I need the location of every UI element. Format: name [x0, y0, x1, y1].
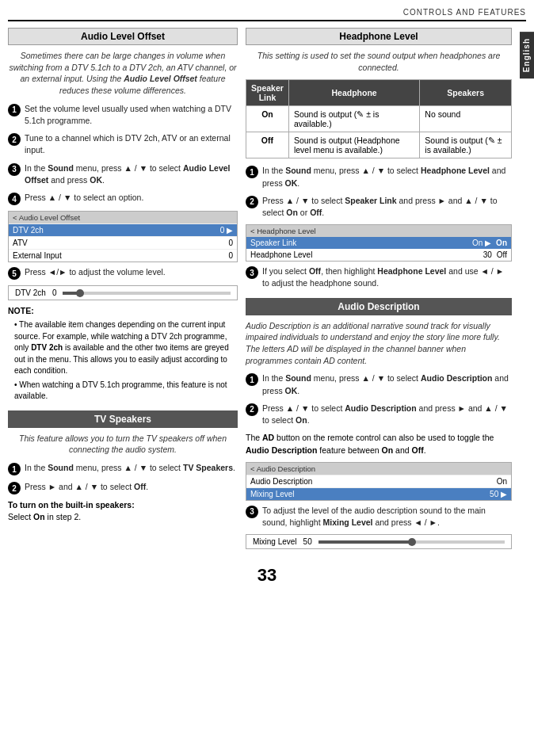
- headphone-menu-box: < Headphone Level Speaker Link On ▶ On H…: [246, 224, 512, 262]
- slider-track: [63, 292, 231, 295]
- hph-step-text-2: Press ▲ / ▼ to select Speaker Link and p…: [262, 195, 512, 219]
- menu-row-external: External Input 0: [9, 249, 237, 262]
- step-1: 1 Set the volume level usually used when…: [8, 103, 238, 127]
- ad-menu-value-on: On: [497, 477, 507, 486]
- audio-level-offset-intro: Sometimes there can be large changes in …: [8, 50, 238, 97]
- mixing-slider-fill: [318, 540, 412, 544]
- ad-step-text-1: In the Sound menu, press ▲ / ▼ to select…: [262, 372, 512, 396]
- hph-on-label: On: [496, 239, 507, 247]
- tv-step-num-1: 1: [8, 463, 21, 475]
- hph-step-text-3: If you select Off, then highlight Headph…: [262, 265, 512, 289]
- step-2: 2 Tune to a channel which is DTV 2ch, AT…: [8, 132, 238, 156]
- mixing-slider-thumb: [408, 538, 416, 546]
- note-bullet-1: • The available item changes depending o…: [14, 319, 238, 377]
- audio-level-offset-section: Audio Level Offset Sometimes there can b…: [8, 28, 238, 403]
- table-cell-headphone-off: Sound is output (Headphone level menu is…: [288, 132, 419, 158]
- step-text-4: Press ▲ / ▼ to select an option.: [25, 192, 143, 204]
- ad-menu-value-mix: 50 ▶: [490, 490, 507, 498]
- menu-row-dtv2ch: DTV 2ch 0 ▶: [9, 223, 237, 236]
- ad-step-text-3: To adjust the level of the audio descrip…: [262, 505, 512, 529]
- ad-menu-box: < Audio Description Audio Description On…: [246, 462, 512, 501]
- step-text-2: Tune to a channel which is DTV 2ch, ATV …: [25, 132, 238, 156]
- slider-value: 0: [52, 288, 57, 297]
- hph-step-num-2: 2: [246, 196, 258, 208]
- ad-note-paragraph: The AD button on the remote control can …: [246, 432, 512, 456]
- audio-description-intro: Audio Description is an additional narra…: [246, 320, 512, 367]
- ad-menu-label-mix: Mixing Level: [250, 490, 295, 498]
- step-num-3: 3: [8, 163, 21, 176]
- headphone-level-section: Headphone Level This setting is used to …: [246, 28, 512, 290]
- step-text-1: Set the volume level usually used when w…: [25, 103, 238, 127]
- table-cell-headphone-on: Sound is output (✎ ± is available.): [288, 106, 419, 132]
- table-row-on: On Sound is output (✎ ± is available.) N…: [246, 106, 512, 132]
- table-header-speakers: Speakers: [420, 80, 512, 106]
- hph-step-num-1: 1: [246, 166, 258, 178]
- table-row-off: Off Sound is output (Headphone level men…: [246, 132, 512, 158]
- headphone-level-header: Headphone Level: [246, 28, 512, 45]
- menu-row-atv: ATV 0: [9, 236, 237, 249]
- slider-label: DTV 2ch: [15, 288, 46, 297]
- left-column: Audio Level Offset Sometimes there can b…: [8, 28, 238, 557]
- table-cell-on: On: [246, 106, 289, 132]
- tv-speakers-intro: This feature allows you to turn the TV s…: [8, 433, 238, 456]
- ad-menu-row-desc: Audio Description On: [246, 475, 511, 487]
- ad-menu-title: < Audio Description: [246, 463, 511, 475]
- step-5: 5 Press ◄/► to adjust the volume level.: [8, 266, 238, 280]
- turn-on-text: Select On in step 2.: [8, 512, 238, 521]
- mixing-level-slider-box: Mixing Level 50: [246, 534, 512, 549]
- ad-step-num-3: 3: [246, 506, 258, 518]
- mixing-slider-value: 50: [303, 537, 312, 546]
- ad-menu-label-desc: Audio Description: [250, 477, 312, 486]
- tv-step-num-2: 2: [8, 482, 21, 494]
- table-cell-speakers-on: No sound: [420, 106, 512, 132]
- ad-menu-row-mix: Mixing Level 50 ▶: [246, 487, 511, 500]
- english-tab: English: [520, 32, 534, 78]
- hph-step-1: 1 In the Sound menu, press ▲ / ▼ to sele…: [246, 165, 512, 189]
- menu-row-label: External Input: [13, 251, 62, 260]
- audio-description-header: Audio Description: [246, 298, 512, 315]
- headphone-table: SpeakerLink Headphone Speakers On Sound …: [246, 79, 512, 158]
- step-text-5: Press ◄/► to adjust the volume level.: [25, 266, 166, 278]
- page-number: 33: [8, 565, 526, 590]
- slider-thumb: [76, 289, 84, 297]
- note-title: NOTE:: [8, 305, 238, 317]
- step-num-4: 4: [8, 193, 21, 205]
- ad-step-text-2: Press ▲ / ▼ to select Audio Description …: [262, 403, 512, 426]
- tv-step-1: 1 In the Sound menu, press ▲ / ▼ to sele…: [8, 462, 238, 475]
- ad-step-num-1: 1: [246, 373, 258, 386]
- main-content: Audio Level Offset Sometimes there can b…: [8, 28, 526, 557]
- ad-step-num-2: 2: [246, 403, 258, 416]
- tv-step-text-1: In the Sound menu, press ▲ / ▼ to select…: [25, 462, 235, 474]
- hph-value-30: 30: [483, 250, 492, 259]
- audio-level-offset-header: Audio Level Offset: [8, 28, 238, 45]
- page-header: CONTROLS AND FEATURES: [8, 8, 526, 21]
- mixing-slider-label: Mixing Level: [253, 537, 297, 546]
- table-cell-off: Off: [246, 132, 289, 158]
- audio-offset-menu: < Audio Level Offset DTV 2ch 0 ▶ ATV 0 E…: [8, 211, 238, 262]
- step-4: 4 Press ▲ / ▼ to select an option.: [8, 192, 238, 205]
- audio-description-section: Audio Description Audio Description is a…: [246, 298, 512, 550]
- hph-step-2: 2 Press ▲ / ▼ to select Speaker Link and…: [246, 195, 512, 219]
- mixing-slider-track: [318, 540, 505, 544]
- ad-step-3: 3 To adjust the level of the audio descr…: [246, 505, 512, 529]
- hph-off-label: Off: [497, 250, 507, 259]
- step-num-1: 1: [8, 104, 21, 116]
- menu-row-value: 0: [228, 251, 233, 260]
- hph-label-level: Headphone Level: [250, 250, 312, 259]
- menu-row-label: ATV: [13, 239, 28, 247]
- hph-step-text-1: In the Sound menu, press ▲ / ▼ to select…: [262, 165, 512, 189]
- hph-off-off: 30 Off: [483, 250, 507, 259]
- ad-step-2: 2 Press ▲ / ▼ to select Audio Descriptio…: [246, 403, 512, 426]
- step-3: 3 In the Sound menu, press ▲ / ▼ to sele…: [8, 162, 238, 186]
- audio-offset-menu-title: < Audio Level Offset: [9, 212, 237, 223]
- hph-menu-row-speaker-link: Speaker Link On ▶ On: [246, 237, 511, 249]
- hph-on-off: On ▶ On: [472, 239, 507, 247]
- page-container: CONTROLS AND FEATURES English Audio Leve…: [0, 0, 534, 756]
- hph-step-3: 3 If you select Off, then highlight Head…: [246, 265, 512, 289]
- menu-row-value: 0: [228, 239, 233, 247]
- headphone-level-intro: This setting is used to set the sound ou…: [246, 50, 512, 73]
- note-section: NOTE: • The available item changes depen…: [8, 305, 238, 403]
- menu-row-label: DTV 2ch: [13, 226, 44, 235]
- turn-on-label: To turn on the built-in speakers:: [8, 500, 238, 510]
- hph-menu-row-level: Headphone Level 30 Off: [246, 249, 511, 261]
